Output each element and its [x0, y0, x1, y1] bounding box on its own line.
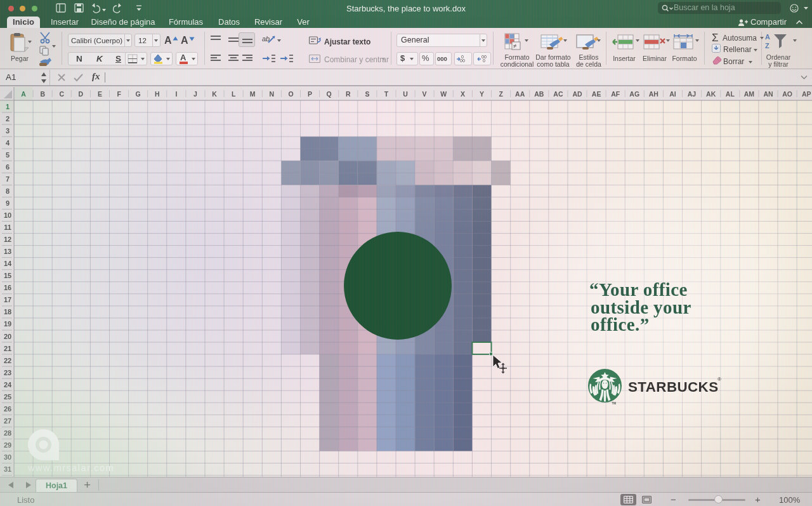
svg-text:AK: AK — [706, 90, 716, 98]
svg-text:I: I — [175, 90, 177, 98]
svg-text:29: 29 — [4, 441, 11, 449]
svg-text:18: 18 — [4, 308, 11, 316]
svg-text:J: J — [193, 90, 197, 98]
svg-text:13: 13 — [4, 248, 11, 255]
svg-text:D: D — [79, 90, 84, 98]
svg-text:AF: AF — [611, 90, 620, 98]
svg-text:≠: ≠ — [513, 43, 517, 50]
svg-text:A: A — [765, 33, 770, 41]
svg-text:H: H — [155, 90, 160, 98]
svg-text:AH: AH — [649, 90, 658, 98]
svg-text:27: 27 — [4, 417, 11, 425]
svg-text:3: 3 — [6, 127, 10, 135]
svg-text:AB: AB — [534, 90, 544, 98]
svg-text:AN: AN — [763, 90, 773, 98]
svg-text:0: 0 — [483, 58, 485, 63]
svg-text:21: 21 — [4, 345, 11, 352]
svg-text:G: G — [136, 90, 141, 98]
svg-text:L: L — [232, 90, 236, 98]
svg-text:24: 24 — [4, 381, 12, 389]
svg-text:25: 25 — [4, 393, 11, 401]
svg-text:30: 30 — [4, 453, 11, 461]
svg-text:11: 11 — [4, 223, 11, 231]
svg-text:9: 9 — [6, 199, 10, 207]
svg-text:8: 8 — [6, 187, 10, 195]
svg-text:AJ: AJ — [688, 90, 697, 98]
svg-text:AP: AP — [802, 90, 811, 98]
svg-text:00: 00 — [460, 58, 465, 63]
svg-text:12: 12 — [4, 236, 11, 243]
svg-text:T: T — [384, 90, 389, 98]
svg-text:AI: AI — [669, 90, 676, 98]
svg-text:U: U — [403, 90, 408, 98]
svg-text:R: R — [346, 90, 351, 98]
svg-text:22: 22 — [4, 357, 11, 364]
svg-text:14: 14 — [4, 260, 12, 267]
svg-text:A: A — [21, 90, 26, 98]
svg-text:1: 1 — [6, 103, 10, 110]
svg-text:®: ® — [717, 376, 721, 382]
svg-text:K: K — [212, 90, 217, 98]
svg-text:AC: AC — [553, 90, 563, 98]
svg-text:AG: AG — [629, 90, 639, 98]
svg-text:15: 15 — [4, 272, 11, 279]
svg-text:www.mrsalar.com: www.mrsalar.com — [27, 463, 114, 473]
svg-text:10: 10 — [4, 211, 11, 219]
svg-text:W: W — [440, 90, 447, 98]
svg-text:6: 6 — [6, 163, 10, 171]
svg-text:AM: AM — [744, 90, 755, 98]
svg-text:5: 5 — [6, 151, 10, 159]
svg-text:17: 17 — [4, 296, 11, 303]
svg-text:M: M — [250, 90, 256, 98]
svg-text:16: 16 — [4, 284, 11, 291]
svg-text:AA: AA — [515, 90, 525, 98]
svg-text:Y: Y — [480, 90, 484, 98]
svg-text:Q: Q — [327, 90, 332, 98]
svg-text:F: F — [117, 90, 121, 98]
svg-text:26: 26 — [4, 405, 11, 413]
svg-text:X: X — [461, 90, 465, 98]
svg-text:AD: AD — [572, 90, 582, 98]
svg-text:20: 20 — [4, 333, 11, 340]
svg-text:P: P — [308, 90, 312, 98]
svg-text:N: N — [270, 90, 275, 98]
svg-text:Z: Z — [765, 42, 769, 50]
svg-text:Z: Z — [499, 90, 503, 98]
svg-text:AE: AE — [592, 90, 601, 98]
svg-text:B: B — [40, 90, 45, 98]
svg-text:28: 28 — [4, 429, 11, 437]
svg-text:O: O — [288, 90, 293, 98]
svg-text:4: 4 — [6, 139, 10, 147]
svg-text:E: E — [98, 90, 102, 98]
svg-text:AO: AO — [782, 90, 792, 98]
svg-text:S: S — [365, 90, 369, 98]
svg-text:AL: AL — [726, 90, 735, 98]
svg-text:C: C — [59, 90, 64, 98]
svg-text:V: V — [422, 90, 427, 98]
svg-text:23: 23 — [4, 369, 11, 376]
svg-text:STARBUCKS: STARBUCKS — [628, 379, 719, 395]
svg-text:office.”: office.” — [591, 314, 650, 335]
svg-text:2: 2 — [6, 115, 10, 123]
svg-text:7: 7 — [6, 175, 10, 183]
svg-text:19: 19 — [4, 320, 11, 328]
svg-text:31: 31 — [4, 465, 11, 473]
svg-text:TM: TM — [612, 402, 617, 405]
